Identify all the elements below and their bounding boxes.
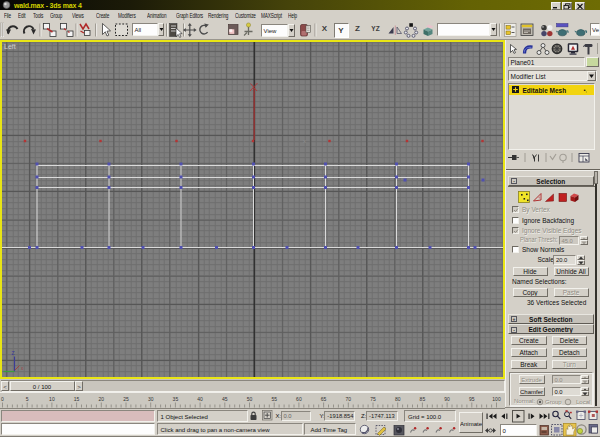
svg-text:30: 30 <box>148 396 154 402</box>
svg-text:10: 10 <box>49 396 55 402</box>
svg-text:x: x <box>21 366 24 371</box>
svg-text:40: 40 <box>197 396 203 402</box>
svg-text:35: 35 <box>173 396 179 402</box>
svg-text:x: x <box>303 138 306 144</box>
svg-text:50: 50 <box>247 396 253 402</box>
svg-text:80: 80 <box>395 396 401 402</box>
svg-text:100: 100 <box>492 396 501 402</box>
svg-text:85: 85 <box>420 396 426 402</box>
svg-text:55: 55 <box>271 396 277 402</box>
svg-text:0: 0 <box>1 396 4 402</box>
svg-text:70: 70 <box>346 396 352 402</box>
svg-text:60: 60 <box>296 396 302 402</box>
svg-text:20: 20 <box>99 396 105 402</box>
svg-text:45: 45 <box>222 396 228 402</box>
svg-text:15: 15 <box>74 396 80 402</box>
svg-text:90: 90 <box>444 396 450 402</box>
svg-text:75: 75 <box>370 396 376 402</box>
svg-text:5: 5 <box>26 396 29 402</box>
svg-text:65: 65 <box>321 396 327 402</box>
svg-text:25: 25 <box>123 396 129 402</box>
svg-text:Z: Z <box>12 350 15 356</box>
svg-text:95: 95 <box>469 396 475 402</box>
